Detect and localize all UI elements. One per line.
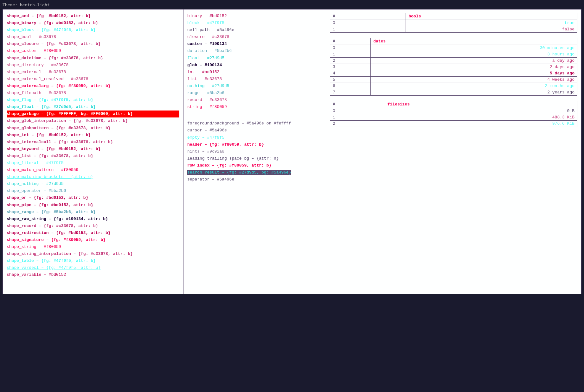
dates-value-5: 4 weeks ago bbox=[371, 77, 577, 83]
list-item-garbage: shape_garbage – {fg: #FFFFFF, bg: #FF000… bbox=[7, 111, 179, 117]
list-item: shape_matching_brackets – {attr: u} bbox=[7, 174, 179, 180]
dates-index-2: 2 bbox=[330, 58, 371, 64]
list-item: shape_flag – {fg: #47f9f5, attr: b} bbox=[7, 97, 179, 104]
dates-index-4: 4 bbox=[330, 70, 371, 77]
list-item: duration – #5ba2b6 bbox=[187, 47, 322, 54]
table-row: 2 976.6 KiB bbox=[330, 121, 577, 127]
list-item: shape_filepath – #c33678 bbox=[7, 90, 179, 97]
table-row: 4 5 days ago bbox=[330, 70, 577, 77]
bools-col-hash: # bbox=[330, 13, 406, 20]
list-item: header – {fg: #f80059, attr: b} bbox=[187, 141, 322, 148]
table-row: 3 2 days ago bbox=[330, 64, 577, 70]
list-item: shape_bool – #c33678 bbox=[7, 34, 179, 41]
list-item: shape_operator – #5ba2b6 bbox=[7, 187, 179, 194]
list-item: shape_literal – #47f9f5 bbox=[7, 160, 179, 167]
bools-value-1: false bbox=[406, 26, 577, 33]
list-item: shape_vardecl – {fg: #47f9f5, attr: u} bbox=[7, 264, 179, 271]
middle-column: binary – #bd0152 block – #47f9f5 cell-pa… bbox=[183, 9, 326, 294]
list-item: binary – #bd0152 bbox=[187, 13, 322, 20]
right-column: # bools 0 true 1 false # dates bbox=[326, 9, 581, 294]
list-item: shape_redirection – {fg: #bd0152, attr: … bbox=[7, 230, 179, 237]
list-item: shape_external – #c33678 bbox=[7, 69, 179, 76]
list-item: shape_closure – {fg: #c33678, attr: b} bbox=[7, 41, 179, 47]
list-item: shape_range – {fg: #5ba2b6, attr: b} bbox=[7, 209, 179, 216]
list-item: shape_raw_string – {fg: #190134, attr: b… bbox=[7, 216, 179, 223]
filesizes-index-0: 0 bbox=[330, 108, 385, 114]
dates-table: # dates 0 30 minutes ago 1 3 hours ago 2… bbox=[330, 38, 577, 96]
list-item: foreground/background – #5a496e on #feff… bbox=[187, 120, 322, 127]
table-row: 2 a day ago bbox=[330, 58, 577, 64]
list-item: shape_externalarg – {fg: #f80059, attr: … bbox=[7, 83, 179, 90]
list-item: shape_match_pattern – #f80059 bbox=[7, 167, 179, 174]
list-item: shape_string_interpolation – {fg: #c3367… bbox=[7, 250, 179, 257]
table-row: 7 2 years ago bbox=[330, 89, 577, 96]
filesizes-index-2: 2 bbox=[330, 121, 385, 127]
bools-index-1: 1 bbox=[330, 26, 406, 33]
table-row: 0 30 minutes ago bbox=[330, 45, 577, 51]
list-item: leading_trailing_space_bg – {attr: n} bbox=[187, 155, 322, 162]
list-item: custom – #190134 bbox=[187, 41, 322, 47]
dates-value-0: 30 minutes ago bbox=[371, 45, 577, 51]
list-item: shape_pipe – {fg: #bd0152, attr: b} bbox=[7, 202, 179, 209]
dates-value-2: a day ago bbox=[371, 58, 577, 64]
list-item: shape_list – {fg: #c33678, attr: b} bbox=[7, 153, 179, 160]
list-item: range – #5ba2b6 bbox=[187, 90, 322, 97]
list-item: hints – #9c92a8 bbox=[187, 148, 322, 155]
list-item: cursor – #5a496e bbox=[187, 127, 322, 134]
list-item-search-result: search_result – {fg: #27d9d5, bg: #5a496… bbox=[187, 169, 322, 176]
list-item: list – #c33678 bbox=[187, 76, 322, 83]
filesizes-value-2: 976.6 KiB bbox=[385, 121, 577, 127]
list-item: cell-path – #5a496e bbox=[187, 27, 322, 34]
list-item: shape_datetime – {fg: #c33678, attr: b} bbox=[7, 55, 179, 62]
list-item: shape_table – {fg: #47f9f5, attr: b} bbox=[7, 257, 179, 264]
list-item: shape_binary – {fg: #bd0152, attr: b} bbox=[7, 20, 179, 27]
bools-table: # bools 0 true 1 false bbox=[330, 13, 577, 33]
list-item: shape_custom – #f80059 bbox=[7, 47, 179, 54]
list-item: shape_keyword – {fg: #bd0152, attr: b} bbox=[7, 146, 179, 153]
dates-index-5: 5 bbox=[330, 77, 371, 83]
list-item: closure – #c33678 bbox=[187, 34, 322, 41]
table-row: 1 488.3 KiB bbox=[330, 114, 577, 121]
dates-value-1: 3 hours ago bbox=[371, 51, 577, 58]
list-item: shape_int – {fg: #bd0152, attr: b} bbox=[7, 132, 179, 139]
dates-index-1: 1 bbox=[330, 51, 371, 58]
filesizes-value-1: 488.3 KiB bbox=[385, 114, 577, 121]
list-item: empty – #47f9f5 bbox=[187, 134, 322, 141]
list-item: shape_directory – #c33678 bbox=[7, 62, 179, 69]
list-item: shape_internalcall – {fg: #c33678, attr:… bbox=[7, 139, 179, 146]
bools-value-0: true bbox=[406, 20, 577, 26]
list-item: shape_or – {fg: #bd0152, attr: b} bbox=[7, 194, 179, 201]
list-item: shape_nothing – #27d9d5 bbox=[7, 180, 179, 187]
dates-index-0: 0 bbox=[330, 45, 371, 51]
list-item: separator – #5a496e bbox=[187, 176, 322, 183]
list-item: shape_globpattern – {fg: #c33678, attr: … bbox=[7, 125, 179, 132]
list-item: shape_string – #f80059 bbox=[7, 243, 179, 250]
table-row: 0 true bbox=[330, 20, 577, 26]
list-item: string – #f80059 bbox=[187, 104, 322, 111]
dates-value-6: 2 months ago bbox=[371, 83, 577, 89]
filesizes-table: # filesizes 0 0 B 1 488.3 KiB 2 976.6 Ki… bbox=[330, 101, 577, 127]
list-item: glob – #190134 bbox=[187, 62, 322, 69]
list-item: int – #bd0152 bbox=[187, 69, 322, 76]
dates-value-4: 5 days ago bbox=[371, 70, 577, 77]
left-column: shape_and – {fg: #bd0152, attr: b} shape… bbox=[3, 9, 183, 294]
filesizes-col-hash: # bbox=[330, 101, 385, 108]
list-item: nothing – #27d9d5 bbox=[187, 83, 322, 90]
table-row: 5 4 weeks ago bbox=[330, 77, 577, 83]
list-item: record – #c33678 bbox=[187, 97, 322, 104]
table-row: 1 false bbox=[330, 26, 577, 33]
list-item: shape_record – {fg: #c33678, attr: b} bbox=[7, 223, 179, 230]
bools-col-label: bools bbox=[406, 13, 577, 20]
main-container: shape_and – {fg: #bd0152, attr: b} shape… bbox=[3, 9, 581, 294]
dates-index-3: 3 bbox=[330, 64, 371, 70]
list-item: shape_signature – {fg: #f80059, attr: b} bbox=[7, 237, 179, 243]
dates-value-3: 2 days ago bbox=[371, 64, 577, 70]
dates-index-7: 7 bbox=[330, 89, 371, 96]
bools-index-0: 0 bbox=[330, 20, 406, 26]
list-item: shape_and – {fg: #bd0152, attr: b} bbox=[7, 13, 179, 20]
theme-label: Theme: heetch-light bbox=[3, 3, 581, 7]
dates-col-label: dates bbox=[371, 38, 577, 45]
dates-index-6: 6 bbox=[330, 83, 371, 89]
list-item: float – #27d9d5 bbox=[187, 55, 322, 62]
dates-value-7: 2 years ago bbox=[371, 89, 577, 96]
